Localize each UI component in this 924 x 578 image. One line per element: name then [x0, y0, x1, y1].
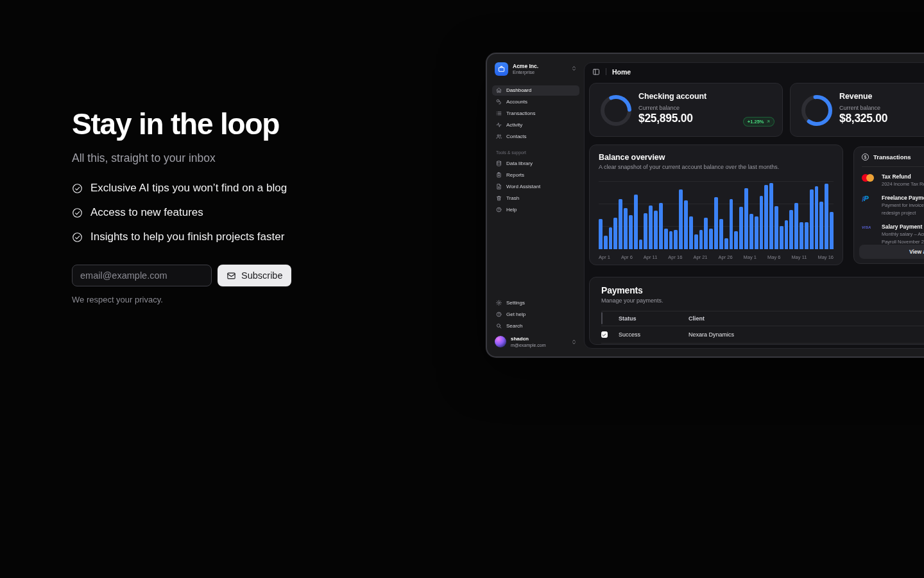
chevrons-icon [571, 339, 577, 345]
team-switcher[interactable]: Acme Inc. Enterprise [492, 62, 579, 76]
chart-bar [709, 229, 713, 249]
sidebar-item-word-assistant[interactable]: Word Assistant [492, 182, 579, 192]
chart-bar [719, 219, 723, 249]
chart-bar [689, 216, 693, 249]
subscribe-label: Subscribe [241, 270, 282, 281]
transaction-item[interactable]: PPFreelance PaymentPayment for invoice #… [862, 195, 924, 217]
trash-icon [496, 195, 502, 201]
transactions-title: Transactions [873, 153, 911, 161]
chart-bar [830, 212, 834, 249]
chart-bar [649, 206, 653, 249]
settings-icon [496, 300, 502, 306]
x-tick-label: Apr 11 [644, 254, 658, 260]
payment-row[interactable]: SuccessNexara Dynamics [601, 326, 924, 344]
checking-account-card[interactable]: Checking account Current balance $25,895… [589, 83, 783, 137]
newsletter-section: Stay in the loop All this, straight to y… [72, 107, 393, 304]
benefit-label: Exclusive AI tips you won’t find on a bl… [90, 182, 287, 195]
user-menu[interactable]: shadcn m@example.com [492, 334, 579, 350]
search-icon [496, 323, 502, 329]
transactions-list: Tax Refund2024 Income Tax RefundPPFreela… [862, 173, 924, 246]
sidebar-item-help[interactable]: Help [492, 205, 579, 215]
chart-bar [819, 202, 823, 249]
row-checkbox[interactable] [601, 331, 608, 338]
sidebar-item-search[interactable]: Search [492, 321, 579, 331]
chart-bar [704, 218, 708, 249]
sidebar-item-reports[interactable]: Reports [492, 170, 579, 180]
sidebar-item-settings[interactable]: Settings [492, 298, 579, 308]
chart-bars [599, 181, 834, 249]
chart-bar [619, 199, 622, 249]
chart-bar [774, 206, 778, 249]
x-tick-label: May 6 [767, 254, 780, 260]
sidebar-item-activity[interactable]: Activity [492, 120, 579, 130]
chart-bar [659, 203, 663, 249]
x-tick-label: May 16 [817, 254, 834, 260]
dollar-circle-icon: $ [862, 153, 869, 161]
sidebar-item-accounts[interactable]: Accounts [492, 97, 579, 107]
chart-bar [805, 222, 809, 249]
sidebar: Acme Inc. Enterprise DashboardAccountsTr… [487, 54, 585, 356]
card-value: $25,895.00 [638, 112, 693, 125]
column-header-client: Client [689, 315, 924, 322]
chevrons-up-down-icon [571, 66, 577, 71]
sidebar-item-label: Settings [506, 300, 525, 306]
card-label: Current balance [638, 105, 680, 111]
transaction-desc: Payment for invoice #INV-4421 [882, 202, 924, 209]
transaction-item[interactable]: Tax Refund2024 Income Tax Refund [862, 173, 924, 188]
x-tick-label: May 1 [744, 254, 757, 260]
sidebar-group-label: Tools & support [492, 150, 579, 155]
chart-bar [749, 214, 753, 249]
sidebar-item-label: Data library [506, 161, 533, 166]
x-tick-label: Apr 6 [621, 254, 633, 260]
transactions-header: $ Transactions [862, 153, 924, 167]
transaction-item[interactable]: VISASalary PaymentMonthly salary – Acme … [862, 223, 924, 246]
x-tick-label: Apr 21 [693, 254, 707, 260]
email-field[interactable] [72, 265, 212, 286]
column-header-status: Status [619, 315, 689, 322]
payments-subtitle: Manage your payments. [601, 297, 924, 304]
chart-x-axis-labels: Apr 1Apr 6Apr 11Apr 16Apr 21Apr 26May 1M… [599, 254, 834, 260]
sidebar-item-get-help[interactable]: Get help [492, 310, 579, 320]
chart-bar [794, 203, 798, 249]
chart-bar [714, 197, 718, 249]
chart-bar [810, 189, 814, 249]
avatar [495, 336, 506, 347]
chart-bar [624, 208, 628, 249]
reports-icon [496, 172, 502, 178]
sidebar-item-label: Contacts [506, 134, 527, 139]
mail-icon [227, 271, 236, 281]
arrow-up-right-icon [766, 119, 771, 124]
check-circle-icon [72, 232, 83, 243]
revenue-card[interactable]: Revenue Current balance $8,325.00 [790, 83, 924, 137]
sidebar-item-data-library[interactable]: Data library [492, 159, 579, 169]
subscribe-form: Subscribe [72, 265, 393, 286]
sidebar-item-trash[interactable]: Trash [492, 193, 579, 204]
sidebar-item-dashboard[interactable]: Dashboard [492, 85, 579, 96]
sidebar-item-transactions[interactable]: Transactions [492, 109, 579, 119]
transaction-title: Salary Payment [882, 223, 924, 230]
subscribe-button[interactable]: Subscribe [218, 265, 291, 286]
sidebar-item-contacts[interactable]: Contacts [492, 132, 579, 142]
trend-badge: +1.25% [743, 117, 774, 127]
team-plan: Enterprise [513, 69, 538, 75]
user-name: shadcn [511, 336, 546, 342]
chart-bar [744, 188, 748, 249]
chart-bar [789, 210, 793, 249]
sidebar-item-label: Search [506, 323, 522, 329]
breadcrumb: Home [612, 68, 631, 76]
chart-bar [639, 240, 643, 249]
select-all-checkbox[interactable] [601, 312, 603, 324]
transaction-desc: Monthly salary – Acme Corporation [882, 231, 924, 238]
x-tick-label: Apr 1 [599, 254, 610, 260]
mastercard-icon [862, 174, 875, 182]
sidebar-toggle-icon[interactable] [592, 68, 600, 76]
chart-bar [654, 211, 658, 249]
view-all-button[interactable]: View all [859, 245, 924, 259]
transaction-title: Freelance Payment [882, 195, 924, 201]
checking-donut-chart [598, 92, 634, 128]
transactions-icon [496, 110, 502, 116]
chart-bar [760, 196, 764, 249]
chart-bar [604, 236, 608, 249]
sidebar-nav-tools: Data libraryReportsWord AssistantTrashHe… [492, 159, 579, 215]
word-assistant-icon [496, 184, 502, 189]
